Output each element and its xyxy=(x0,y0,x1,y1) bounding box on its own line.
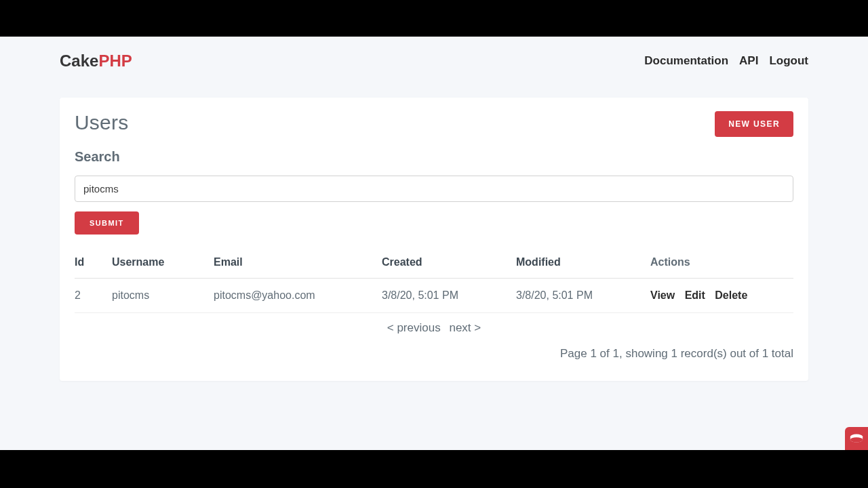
pagination-next[interactable]: next > xyxy=(449,321,481,334)
page-title: Users xyxy=(75,111,128,134)
cell-actions: View Edit Delete xyxy=(650,279,793,313)
brand-part2: PHP xyxy=(98,52,132,70)
action-edit[interactable]: Edit xyxy=(685,289,705,301)
col-username[interactable]: Username xyxy=(112,249,214,279)
submit-button[interactable]: Submit xyxy=(75,211,139,235)
search-input[interactable] xyxy=(75,176,793,202)
search-label: Search xyxy=(75,149,793,165)
cell-email: pitocms@yahoo.com xyxy=(214,279,382,313)
col-created[interactable]: Created xyxy=(382,249,516,279)
col-id[interactable]: Id xyxy=(75,249,112,279)
svg-point-1 xyxy=(850,437,863,442)
pagination-summary: Page 1 of 1, showing 1 record(s) out of … xyxy=(75,347,793,361)
col-modified[interactable]: Modified xyxy=(516,249,650,279)
col-actions: Actions xyxy=(650,249,793,279)
topbar: CakePHP Documentation API Logout xyxy=(0,37,868,77)
action-view[interactable]: View xyxy=(650,289,675,301)
table-row: 2 pitocms pitocms@yahoo.com 3/8/20, 5:01… xyxy=(75,279,793,313)
col-email[interactable]: Email xyxy=(214,249,382,279)
brand-part1: Cake xyxy=(60,52,98,70)
nav-logout[interactable]: Logout xyxy=(769,54,808,68)
cell-created: 3/8/20, 5:01 PM xyxy=(382,279,516,313)
nav-documentation[interactable]: Documentation xyxy=(644,54,728,68)
brand-logo[interactable]: CakePHP xyxy=(60,52,132,70)
card-header: Users New User xyxy=(75,111,793,137)
action-delete[interactable]: Delete xyxy=(715,289,747,301)
cake-icon xyxy=(849,432,864,445)
content-card: Users New User Search Submit Id Username… xyxy=(60,98,808,381)
app-viewport: CakePHP Documentation API Logout Users N… xyxy=(0,37,868,450)
table-header-row: Id Username Email Created Modified Actio… xyxy=(75,249,793,279)
new-user-button[interactable]: New User xyxy=(715,111,793,137)
cell-username: pitocms xyxy=(112,279,214,313)
pagination: < previous next > xyxy=(75,321,793,335)
nav-links: Documentation API Logout xyxy=(644,54,808,68)
pagination-prev[interactable]: < previous xyxy=(387,321,441,334)
users-table: Id Username Email Created Modified Actio… xyxy=(75,249,793,313)
nav-api[interactable]: API xyxy=(739,54,758,68)
cell-id: 2 xyxy=(75,279,112,313)
cell-modified: 3/8/20, 5:01 PM xyxy=(516,279,650,313)
cakephp-badge-icon[interactable] xyxy=(845,427,868,450)
